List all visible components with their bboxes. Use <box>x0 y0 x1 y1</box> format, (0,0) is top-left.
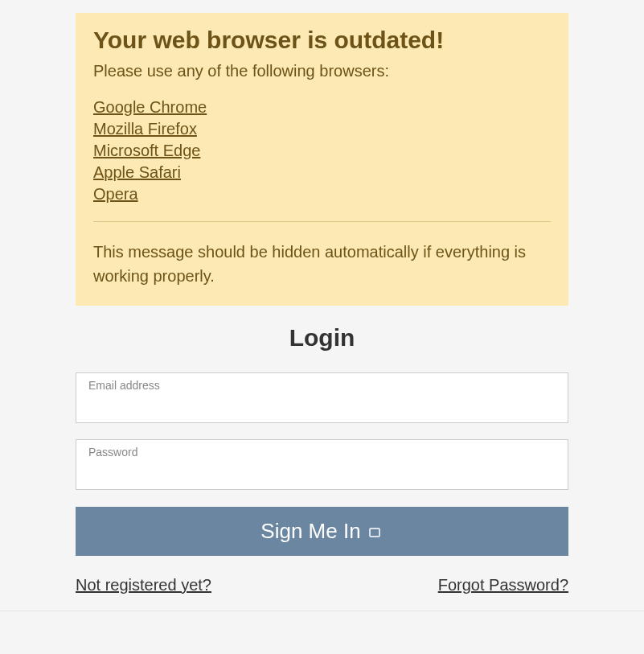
arrow-right-icon <box>369 519 384 544</box>
page-border <box>0 611 644 611</box>
alert-title: Your web browser is outdated! <box>93 27 551 54</box>
alert-subtitle: Please use any of the following browsers… <box>93 62 551 80</box>
sign-in-button[interactable]: Sign Me In <box>76 507 568 556</box>
page-title: Login <box>76 324 568 352</box>
browser-link-opera[interactable]: Opera <box>93 185 138 203</box>
alert-divider <box>93 221 551 222</box>
email-field[interactable] <box>76 372 568 423</box>
browser-outdated-alert: Your web browser is outdated! Please use… <box>76 13 568 306</box>
email-field-group: Email address <box>76 372 568 423</box>
browser-list: Google Chrome Mozilla Firefox Microsoft … <box>93 98 551 204</box>
bottom-links: Not registered yet? Forgot Password? <box>76 576 568 594</box>
alert-footer-text: This message should be hidden automatica… <box>93 240 551 288</box>
browser-link-safari[interactable]: Apple Safari <box>93 163 181 181</box>
browser-link-edge[interactable]: Microsoft Edge <box>93 142 200 159</box>
browser-link-firefox[interactable]: Mozilla Firefox <box>93 120 197 138</box>
password-field[interactable] <box>76 439 568 490</box>
browser-link-chrome[interactable]: Google Chrome <box>93 98 207 116</box>
register-link[interactable]: Not registered yet? <box>76 576 211 594</box>
login-form: Email address Password Sign Me In <box>76 372 568 556</box>
sign-in-button-label: Sign Me In <box>260 519 360 544</box>
password-field-group: Password <box>76 439 568 490</box>
svg-rect-0 <box>370 529 379 537</box>
forgot-password-link[interactable]: Forgot Password? <box>438 576 568 594</box>
